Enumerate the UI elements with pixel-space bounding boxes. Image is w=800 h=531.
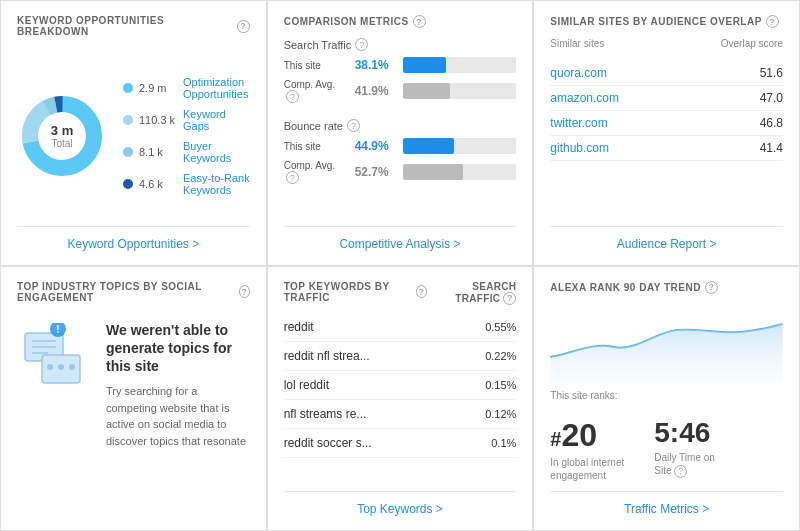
legend-item-4: 4.6 k Easy-to-Rank Keywords — [123, 172, 250, 196]
similar-site-row: github.com 41.4 — [550, 136, 783, 161]
legend-dot-3 — [123, 147, 133, 157]
similar-sites-card: SIMILAR SITES BY AUDIENCE OVERLAP ? Simi… — [533, 0, 800, 266]
this-site-ranks-label: This site ranks: — [550, 390, 783, 401]
keyword-row: lol reddit 0.15% — [284, 371, 517, 400]
bounce-this-bar-bg — [403, 138, 517, 154]
similar-sites-table: Similar sites Overlap score quora.com 51… — [550, 38, 783, 226]
search-comp-bar-bg — [403, 83, 517, 99]
keyword-opportunities-card: KEYWORD OPPORTUNITIES BREAKDOWN ? — [0, 0, 267, 266]
keyword-info-icon[interactable]: ? — [237, 20, 250, 33]
similar-site-row: amazon.com 47.0 — [550, 86, 783, 111]
donut-chart: 3 m Total — [17, 91, 107, 181]
social-illustration: ! — [17, 321, 92, 401]
search-this-bar-fill — [403, 57, 446, 73]
alexa-card-title: ALEXA RANK 90 DAY TREND ? — [550, 281, 783, 294]
similar-sites-title: SIMILAR SITES BY AUDIENCE OVERLAP ? — [550, 15, 783, 28]
comparison-info-icon[interactable]: ? — [413, 15, 426, 28]
bounce-comp-bar-bg — [403, 164, 517, 180]
keyword-row: reddit nfl strea... 0.22% — [284, 342, 517, 371]
keyword-legend: 2.9 m Optimization Opportunities 110.3 k… — [123, 76, 250, 196]
similar-site-row: twitter.com 46.8 — [550, 111, 783, 136]
github-link[interactable]: github.com — [550, 141, 609, 155]
search-comp-row: Comp. Avg. ? 41.9% — [284, 79, 517, 103]
bounce-comp-info[interactable]: ? — [286, 171, 299, 184]
optimization-link[interactable]: Optimization Opportunities — [183, 76, 250, 100]
amazon-link[interactable]: amazon.com — [550, 91, 619, 105]
legend-dot-1 — [123, 83, 133, 93]
keyword-row: nfl streams re... 0.12% — [284, 400, 517, 429]
search-traffic-title: Search Traffic ? — [284, 38, 517, 51]
social-text: We weren't able to generate topics for t… — [106, 321, 250, 450]
keyword-card-title: KEYWORD OPPORTUNITIES BREAKDOWN ? — [17, 15, 250, 37]
social-card-title: TOP INDUSTRY TOPICS BY SOCIAL ENGAGEMENT… — [17, 281, 250, 303]
comparison-footer-link[interactable]: Competitive Analysis > — [284, 226, 517, 251]
bounce-rate-section: Bounce rate ? This site 44.9% Comp. Avg.… — [284, 119, 517, 190]
social-engagement-card: TOP INDUSTRY TOPICS BY SOCIAL ENGAGEMENT… — [0, 266, 267, 532]
keywords-info-icon[interactable]: ? — [416, 285, 427, 298]
svg-point-10 — [47, 364, 53, 370]
similar-info-icon[interactable]: ? — [766, 15, 779, 28]
top-keywords-card: TOP KEYWORDS BY TRAFFIC ? Search Traffic… — [267, 266, 534, 532]
buyer-keywords-link[interactable]: Buyer Keywords — [183, 140, 250, 164]
legend-item-3: 8.1 k Buyer Keywords — [123, 140, 250, 164]
svg-point-12 — [69, 364, 75, 370]
keywords-footer-link[interactable]: Top Keywords > — [284, 491, 517, 516]
social-info-icon[interactable]: ? — [239, 285, 250, 298]
svg-point-11 — [58, 364, 64, 370]
quora-link[interactable]: quora.com — [550, 66, 607, 80]
alexa-footer-link[interactable]: Traffic Metrics > — [550, 491, 783, 516]
twitter-link[interactable]: twitter.com — [550, 116, 607, 130]
alexa-trend-chart — [550, 312, 783, 382]
svg-text:!: ! — [56, 324, 59, 335]
comparison-card-title: COMPARISON METRICS ? — [284, 15, 517, 28]
search-this-bar-bg — [403, 57, 517, 73]
easy-rank-link[interactable]: Easy-to-Rank Keywords — [183, 172, 250, 196]
search-this-row: This site 38.1% — [284, 57, 517, 73]
similar-sites-header: Similar sites Overlap score — [550, 38, 783, 53]
keyword-row: reddit 0.55% — [284, 313, 517, 342]
keywords-card-title: TOP KEYWORDS BY TRAFFIC ? — [284, 281, 427, 303]
alexa-rank-section: # 20 In global internet engagement 5:46 … — [550, 417, 783, 482]
bounce-this-row: This site 44.9% — [284, 138, 517, 154]
bounce-rate-info[interactable]: ? — [347, 119, 360, 132]
similar-site-row: quora.com 51.6 — [550, 61, 783, 86]
global-rank-item: # 20 In global internet engagement — [550, 417, 624, 482]
search-comp-bar-fill — [403, 83, 451, 99]
donut-label: 3 m Total — [51, 123, 73, 149]
keywords-list: reddit 0.55% reddit nfl strea... 0.22% l… — [284, 313, 517, 458]
search-traffic-col: Search Traffic ? — [427, 281, 517, 305]
keyword-gaps-link[interactable]: Keyword Gaps — [183, 108, 250, 132]
comparison-metrics-card: COMPARISON METRICS ? Search Traffic ? Th… — [267, 0, 534, 266]
comp-avg-info[interactable]: ? — [286, 90, 299, 103]
time-on-site-item: 5:46 Daily Time onSite ? — [654, 417, 715, 482]
bounce-this-bar-fill — [403, 138, 454, 154]
bounce-comp-row: Comp. Avg. ? 52.7% — [284, 160, 517, 184]
bounce-comp-bar-fill — [403, 164, 463, 180]
alexa-info-icon[interactable]: ? — [705, 281, 718, 294]
alexa-rank-card: ALEXA RANK 90 DAY TREND ? This site rank… — [533, 266, 800, 532]
rank-number-display: # 20 — [550, 417, 624, 454]
keyword-footer-link[interactable]: Keyword Opportunities > — [17, 226, 250, 251]
legend-dot-4 — [123, 179, 133, 189]
search-traffic-section: Search Traffic ? This site 38.1% Comp. A… — [284, 38, 517, 109]
dashboard: KEYWORD OPPORTUNITIES BREAKDOWN ? — [0, 0, 800, 531]
search-traffic-col-info[interactable]: ? — [503, 292, 516, 305]
search-traffic-info[interactable]: ? — [355, 38, 368, 51]
bounce-rate-title: Bounce rate ? — [284, 119, 517, 132]
legend-item-2: 110.3 k Keyword Gaps — [123, 108, 250, 132]
keyword-row: reddit soccer s... 0.1% — [284, 429, 517, 458]
social-content: ! We weren't able to generate topics for… — [17, 313, 250, 517]
keyword-content: 3 m Total 2.9 m Optimization Opportuniti… — [17, 47, 250, 226]
time-info-icon[interactable]: ? — [674, 465, 687, 478]
similar-footer-link[interactable]: Audience Report > — [550, 226, 783, 251]
legend-item-1: 2.9 m Optimization Opportunities — [123, 76, 250, 100]
legend-dot-2 — [123, 115, 133, 125]
